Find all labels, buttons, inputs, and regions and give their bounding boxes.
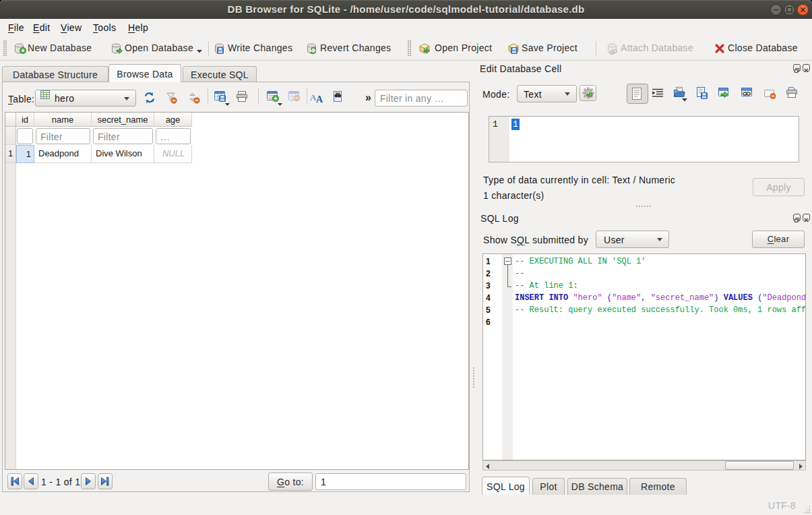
svg-text:A: A (316, 94, 323, 104)
